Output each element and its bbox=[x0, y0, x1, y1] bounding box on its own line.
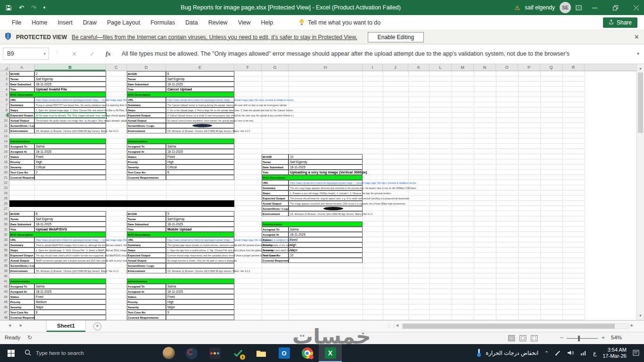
cell-E29[interactable]: Saif Elgendy bbox=[166, 216, 234, 222]
cell-B10[interactable]: The browser file picker blocks non-image… bbox=[34, 118, 106, 123]
start-button[interactable] bbox=[0, 344, 22, 362]
protected-view-close-icon[interactable]: ✕ bbox=[634, 33, 639, 41]
cell-E6[interactable]: https://saas-upload-demo.blazornet.app/p… bbox=[166, 97, 234, 102]
cell-E34[interactable]: The upload page layout breaks on mobile … bbox=[166, 242, 234, 247]
cell-B18[interactable]: High bbox=[34, 159, 106, 165]
formula-content[interactable]: All file types must be allowed. The "Onl… bbox=[122, 48, 628, 60]
cell-A3[interactable]: Date Submitted bbox=[9, 82, 34, 87]
taskbar-search[interactable]: Type here to search bbox=[25, 344, 84, 362]
cell-B21[interactable] bbox=[34, 175, 106, 180]
cell-A5[interactable]: BUG Description bbox=[9, 92, 106, 97]
cell-B47[interactable]: 8 bbox=[34, 310, 106, 315]
cell-B1[interactable]: 2 bbox=[34, 71, 106, 76]
cell-G21[interactable]: BUG Description bbox=[262, 175, 363, 180]
cell-A44[interactable]: Status bbox=[9, 294, 34, 299]
cell-A4[interactable]: Title bbox=[9, 87, 34, 92]
vertical-scrollbar-thumb[interactable] bbox=[638, 73, 643, 133]
cell-G31[interactable]: Assigned To bbox=[262, 227, 289, 232]
cell-E28[interactable]: 9 bbox=[166, 211, 234, 216]
ribbon-tab-file[interactable]: File bbox=[7, 15, 26, 30]
column-header-J[interactable]: J bbox=[383, 64, 408, 71]
action-center-icon[interactable] bbox=[633, 350, 639, 357]
cell-E30[interactable]: 18-11-2025 bbox=[166, 222, 234, 227]
cell-B44[interactable]: Fixed bbox=[34, 294, 106, 299]
cell-D2[interactable]: Tester bbox=[127, 76, 166, 82]
add-sheet-button[interactable]: + bbox=[93, 322, 101, 330]
normal-view-button[interactable] bbox=[508, 335, 515, 341]
cell-A10[interactable]: Actual Output bbox=[9, 118, 34, 123]
cell-A29[interactable]: Tester bbox=[9, 216, 34, 222]
cancel-entry-icon[interactable]: ✕ bbox=[72, 48, 77, 60]
cell-B16[interactable]: 18-11-2025 bbox=[34, 149, 106, 154]
cell-D43[interactable]: Assigned At bbox=[127, 289, 166, 294]
hidden-icons-chevron-icon[interactable]: ⌃ bbox=[545, 350, 549, 356]
cell-D28[interactable]: BUGID bbox=[127, 211, 166, 216]
cell-D8[interactable]: Steps bbox=[127, 107, 166, 113]
cell-G17[interactable]: BUGID bbox=[262, 154, 289, 159]
undo-icon[interactable]: ↶ bbox=[19, 4, 24, 11]
cell-B42[interactable]: Salma bbox=[34, 284, 106, 289]
column-header-O[interactable]: O bbox=[496, 64, 518, 71]
cell-A15[interactable]: Assigned To bbox=[9, 144, 34, 149]
cell-B15[interactable]: Salma bbox=[34, 144, 106, 149]
cell-D6[interactable]: URL bbox=[127, 97, 166, 102]
cell-A14[interactable]: Administrative bbox=[9, 139, 106, 144]
cell-B36[interactable]: The app should state clearly which moder… bbox=[34, 253, 106, 258]
cell-D38[interactable]: ScreenShots / Logs bbox=[127, 263, 166, 268]
cell-A19[interactable]: Severity bbox=[9, 165, 34, 170]
cell-A6[interactable]: URL bbox=[9, 97, 34, 102]
cell-E42[interactable]: Salma bbox=[166, 284, 234, 289]
cell-B4[interactable]: Upload Invalid File bbox=[34, 87, 106, 92]
cell-E47[interactable]: 9 bbox=[166, 310, 234, 315]
cell-D41[interactable]: Administrative bbox=[127, 279, 234, 284]
sheet-nav-right-icon[interactable]: ► bbox=[19, 323, 23, 328]
selected-cell-B9[interactable] bbox=[34, 112, 107, 118]
cell-B2[interactable]: Saif Elgendy bbox=[34, 76, 106, 82]
cell-G18[interactable]: Tester bbox=[262, 159, 289, 165]
cell-D11[interactable]: ScreenShots / Logs bbox=[127, 123, 166, 128]
fill-handle[interactable] bbox=[105, 117, 107, 119]
circular-photo-app-icon[interactable] bbox=[157, 344, 180, 362]
cell-D32[interactable]: BUG Description bbox=[127, 232, 234, 237]
cell-G27[interactable]: ScreenShots / Logs bbox=[262, 206, 289, 211]
cell-E18[interactable]: High bbox=[166, 159, 234, 165]
cell-A12[interactable]: Environment bbox=[9, 128, 34, 133]
cell-D16[interactable]: Assigned At bbox=[127, 149, 166, 154]
column-header-I[interactable]: I bbox=[363, 64, 383, 71]
ribbon-tab-review[interactable]: Review bbox=[203, 15, 233, 30]
cell-E35[interactable]: 1. Open the app from a mobile phone. 2. … bbox=[166, 247, 234, 253]
cell-G23[interactable]: Summary bbox=[262, 185, 289, 190]
page-layout-view-button[interactable] bbox=[520, 335, 526, 341]
cell-D48[interactable]: Covered Requirements bbox=[127, 315, 166, 320]
cell-D36[interactable]: Expected Output bbox=[127, 253, 166, 258]
cell-D19[interactable]: Severity bbox=[127, 165, 166, 170]
enable-editing-button[interactable]: Enable Editing bbox=[368, 32, 424, 42]
cell-B35[interactable]: 1. Open the Upload page. 2. Click 'Choos… bbox=[34, 247, 106, 253]
cell-A21[interactable]: Covered Requirements bbox=[9, 175, 34, 180]
excel-taskbar-icon[interactable]: X bbox=[319, 344, 342, 362]
column-header-R[interactable]: R bbox=[562, 64, 585, 71]
cell-E37[interactable]: No image preview is shown. Only the file… bbox=[166, 258, 234, 263]
cell-E46[interactable]: Major bbox=[166, 304, 234, 310]
horizontal-scrollbar-thumb[interactable] bbox=[403, 324, 615, 329]
column-header-N[interactable]: N bbox=[474, 64, 496, 71]
column-header-D[interactable]: D bbox=[127, 64, 166, 71]
zoom-in-button[interactable]: + bbox=[602, 335, 605, 340]
cell-E2[interactable]: Saif Elgendy bbox=[166, 76, 234, 82]
cell-E8[interactable]: 1. Go to the Upload page. 2. Pick a larg… bbox=[166, 107, 234, 113]
cell-E43[interactable]: 18-11-2025 bbox=[166, 289, 234, 294]
cell-E33[interactable]: https://saas-upload-demo.blazornet.app/p… bbox=[166, 237, 234, 242]
cell-E48[interactable] bbox=[166, 315, 234, 320]
scroll-down-icon[interactable]: ▼ bbox=[637, 312, 644, 319]
confirm-entry-icon[interactable]: ✓ bbox=[90, 48, 95, 60]
cell-H35[interactable]: Major bbox=[289, 247, 363, 253]
cell-E38[interactable] bbox=[166, 263, 234, 268]
column-header-K[interactable]: K bbox=[408, 64, 429, 71]
cell-D35[interactable]: Steps bbox=[127, 247, 166, 253]
hscroll-left-icon[interactable]: ◄ bbox=[395, 323, 399, 328]
column-header-B[interactable]: B bbox=[34, 64, 106, 71]
cell-E10[interactable]: No cancel control exists anywhere; once … bbox=[166, 118, 234, 123]
todo-check-app-icon[interactable]: 1 bbox=[226, 344, 249, 362]
cell-D30[interactable]: Date Submitted bbox=[127, 222, 166, 227]
user-name[interactable]: saif elgendy bbox=[525, 4, 555, 11]
